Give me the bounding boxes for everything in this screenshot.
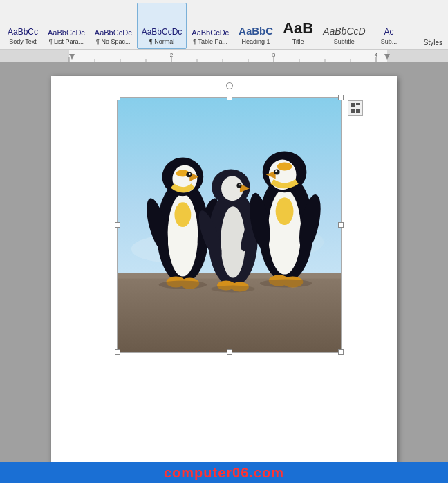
resize-handle-bc[interactable] (227, 349, 232, 355)
svg-rect-25 (356, 109, 360, 113)
style-list-para[interactable]: AaBbCcDc ¶ List Para... (43, 3, 90, 49)
resize-handle-tl[interactable] (115, 95, 120, 100)
watermark-bar: computer06.com (0, 462, 448, 483)
styles-panel-label: Styles (424, 39, 442, 46)
svg-text:2: 2 (170, 52, 174, 58)
resize-handle-tr[interactable] (338, 95, 344, 100)
style-no-space[interactable]: AaBbCcDc ¶ No Spac... (90, 3, 137, 49)
document-page (51, 76, 397, 462)
watermark-text: computer06.com (164, 465, 284, 481)
style-normal[interactable]: AaBbCcDc ¶ Normal (137, 3, 187, 49)
style-title[interactable]: AaB Title (278, 3, 318, 49)
svg-rect-3 (69, 50, 387, 62)
svg-text:4: 4 (375, 52, 378, 58)
style-heading1[interactable]: AaBbC Heading 1 (234, 3, 278, 49)
svg-point-57 (276, 197, 294, 225)
svg-point-39 (189, 173, 191, 175)
svg-point-33 (174, 202, 191, 227)
svg-point-69 (211, 286, 255, 293)
document-area (0, 62, 448, 462)
svg-point-50 (239, 184, 241, 185)
style-table-para[interactable]: AaBbCcDc ¶ Table Pa... (187, 3, 234, 49)
svg-point-49 (236, 183, 241, 188)
resize-handle-bl[interactable] (115, 349, 120, 355)
svg-point-60 (277, 162, 292, 170)
resize-handle-br[interactable] (338, 349, 344, 355)
resize-handle-tc[interactable] (227, 95, 232, 100)
svg-point-70 (260, 280, 312, 288)
svg-point-68 (159, 281, 207, 289)
style-sub2[interactable]: Ac Sub... (371, 3, 408, 49)
style-subtitle[interactable]: AaBbCcD Subtitle (318, 3, 370, 49)
svg-rect-24 (351, 109, 355, 113)
layout-options-button[interactable] (348, 100, 363, 116)
style-body-text[interactable]: AaBbCc Body Text (3, 3, 43, 49)
svg-rect-22 (351, 103, 355, 107)
svg-point-63 (275, 170, 277, 172)
svg-rect-1 (0, 50, 69, 62)
rotation-handle[interactable] (226, 82, 233, 89)
ruler: 2 3 4 (0, 50, 448, 62)
resize-handle-mr[interactable] (338, 222, 344, 228)
svg-text:3: 3 (272, 52, 276, 58)
selected-image[interactable] (117, 97, 342, 353)
svg-rect-2 (387, 50, 448, 62)
styles-ribbon: AaBbCc Body Text AaBbCcDc ¶ List Para...… (0, 0, 448, 50)
svg-rect-23 (356, 103, 360, 105)
resize-handle-ml[interactable] (115, 222, 120, 228)
